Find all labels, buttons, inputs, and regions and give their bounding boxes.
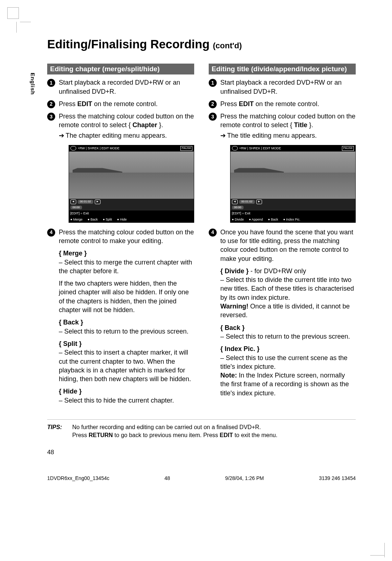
menu-opt: Back xyxy=(87,217,98,222)
page-title: Editing/Finalising Recording (cont'd) xyxy=(47,36,356,53)
opt-split-label: { Split } xyxy=(59,340,82,347)
tips-line1: No further recording and editing can be … xyxy=(72,423,278,431)
divider xyxy=(47,419,356,420)
menu-opt: Merge xyxy=(70,217,82,222)
step-4-bullet: 4 xyxy=(47,229,55,237)
step-4-text: Press the matching colour coded button o… xyxy=(59,228,194,246)
step-3-bullet: 3 xyxy=(47,113,55,121)
tips-block: TIPS: No further recording and editing c… xyxy=(47,423,356,439)
menu-opt: Back xyxy=(268,217,278,222)
fwd-icon: ► xyxy=(256,199,262,204)
fwd-icon: ► xyxy=(95,199,101,204)
menu-opt: Append xyxy=(249,217,263,222)
step-1-bullet: 1 xyxy=(209,79,217,87)
opt-merge-label: { Merge } xyxy=(59,250,87,257)
opt-merge-note: If the two chapters were hidden, then th… xyxy=(59,279,194,314)
tips-line2: Press RETURN to go back to previous menu… xyxy=(72,431,278,439)
opt-hide-desc: – Select this to hide the current chapte… xyxy=(59,397,174,404)
step-1-text: Start playback a recorded DVD+RW or an u… xyxy=(220,78,356,96)
step-2-bullet: 2 xyxy=(209,100,217,108)
col-chapter-edit: Editing chapter (merge/split/hide) 1 Sta… xyxy=(47,64,194,408)
opt-indexpic-desc: – Select this to use the current scene a… xyxy=(220,354,347,370)
rew-icon: ◄ xyxy=(70,199,76,204)
opt-hide-label: { Hide } xyxy=(59,388,82,395)
disc-icon xyxy=(70,146,76,150)
language-tab: English xyxy=(29,73,36,95)
arrow-icon: ➔ xyxy=(59,131,64,140)
step-2-text: Press EDIT on the remote control. xyxy=(59,100,194,108)
pause-badge: PAUSE xyxy=(342,146,354,151)
opt-back-desc: – Select this to return to the previous … xyxy=(59,328,188,335)
disc-icon xyxy=(232,146,238,150)
opt-indexpic-label: { Index Pic. } xyxy=(220,345,260,352)
opt-divide-desc: – Select this to divide the current titl… xyxy=(220,276,354,301)
opt-merge-desc: – Select this to merge the current chapt… xyxy=(59,259,192,275)
footer: 1DVDR6xx_Eng00_13454c 48 9/28/04, 1:26 P… xyxy=(47,475,356,482)
menu-opt: Divide xyxy=(232,217,244,222)
step-1-bullet: 1 xyxy=(47,79,55,87)
menu-opt: Hide xyxy=(117,217,127,222)
page-title-main: Editing/Finalising Recording xyxy=(47,37,209,51)
step-3-text: Press the matching colour coded button o… xyxy=(59,112,194,140)
chapter-menu-screenshot: +RW | SHREK | EDIT MODE PAUSE ◄ 00:01:02… xyxy=(69,145,194,223)
page-number: 48 xyxy=(47,448,356,457)
opt-back-label: { Back } xyxy=(220,324,245,331)
rew-icon: ◄ xyxy=(232,199,238,204)
step-2-text: Press EDIT on the remote control. xyxy=(220,100,356,108)
step-1-text: Start playback a recorded DVD+RW or an u… xyxy=(59,78,194,96)
opt-back-desc: – Select this to return to the previous … xyxy=(220,333,350,340)
heading-title-edit: Editing title (divide/append/Index pictu… xyxy=(209,64,356,75)
opt-split-desc: – Select this to insert a chapter marker… xyxy=(59,349,191,383)
opt-back-label: { Back } xyxy=(59,319,83,326)
heading-chapter-edit: Editing chapter (merge/split/hide) xyxy=(47,64,194,75)
tips-label: TIPS: xyxy=(47,423,62,439)
step-4-text: Once you have found the scene that you w… xyxy=(220,228,356,263)
pause-badge: PAUSE xyxy=(180,146,192,151)
step-3-bullet: 3 xyxy=(209,113,217,121)
opt-divide-label: { Divide } xyxy=(220,267,249,275)
footer-docnum: 3139 246 13454 xyxy=(319,475,356,482)
col-title-edit: Editing title (divide/append/Index pictu… xyxy=(209,64,356,408)
title-menu-screenshot: +RW | SHREK | EDIT MODE PAUSE ◄ 00:01:02… xyxy=(230,145,356,223)
footer-filename: 1DVDR6xx_Eng00_13454c xyxy=(47,475,109,482)
menu-opt: Index Pic. xyxy=(283,217,300,222)
step-4-bullet: 4 xyxy=(209,229,217,237)
step-3-text: Press the matching colour coded button o… xyxy=(220,112,356,140)
step-2-bullet: 2 xyxy=(47,100,55,108)
menu-opt: Split xyxy=(103,217,112,222)
footer-datetime: 9/28/04, 1:26 PM xyxy=(225,475,264,482)
arrow-icon: ➔ xyxy=(220,131,225,140)
opt-divide-suffix: - for DVD+RW only xyxy=(249,267,306,275)
registration-marks-br xyxy=(363,539,385,557)
footer-pagenum: 48 xyxy=(164,475,170,482)
page-title-suffix: (cont'd) xyxy=(213,41,242,50)
